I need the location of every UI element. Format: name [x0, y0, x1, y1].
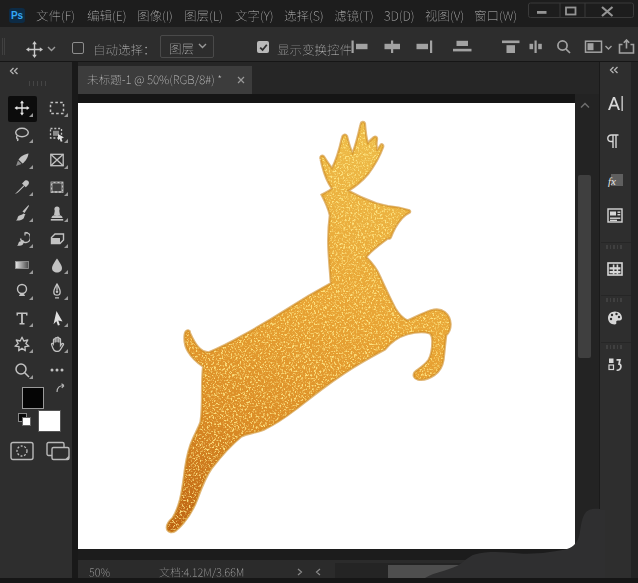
svg-text:fx: fx	[608, 175, 616, 187]
